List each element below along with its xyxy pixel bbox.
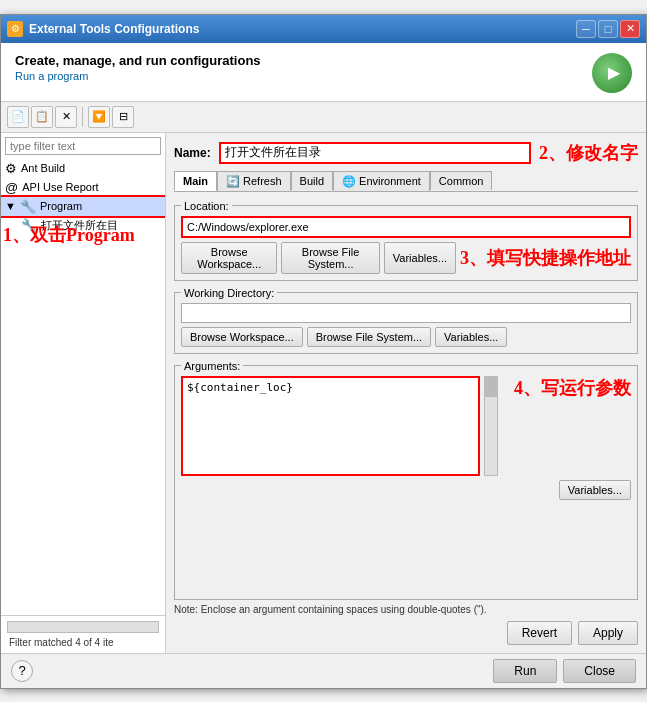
- tree-item-program[interactable]: ▼ 🔧 Program: [1, 197, 165, 216]
- new-config-button[interactable]: 📄: [7, 106, 29, 128]
- program-expand-icon: ▼: [5, 200, 16, 212]
- title-bar: ⚙ External Tools Configurations ─ □ ✕: [1, 15, 646, 43]
- revert-button[interactable]: Revert: [507, 621, 572, 645]
- location-btn-row: Browse Workspace... Browse File System..…: [181, 242, 456, 274]
- collapse-button[interactable]: ⊟: [112, 106, 134, 128]
- note-text: Note: Enclose an argument containing spa…: [174, 604, 638, 615]
- filter-button[interactable]: 🔽: [88, 106, 110, 128]
- tab-environment-label: Environment: [359, 175, 421, 187]
- location-legend: Location:: [181, 200, 232, 212]
- tab-common[interactable]: Common: [430, 171, 493, 190]
- tab-main-label: Main: [183, 175, 208, 187]
- run-button[interactable]: Run: [493, 659, 557, 683]
- tab-build-label: Build: [300, 175, 324, 187]
- working-dir-input[interactable]: [181, 303, 631, 323]
- header-subtitle[interactable]: Run a program: [15, 70, 261, 82]
- working-dir-legend: Working Directory:: [181, 287, 277, 299]
- args-content-row: ${container_loc} 4、写运行参数: [181, 376, 631, 476]
- ant-build-label: Ant Build: [21, 162, 65, 174]
- copy-config-button[interactable]: 📋: [31, 106, 53, 128]
- horizontal-scrollbar[interactable]: [7, 621, 159, 633]
- bottom-buttons: Revert Apply: [174, 621, 638, 645]
- tab-refresh[interactable]: 🔄 Refresh: [217, 171, 291, 191]
- tree-item-open-file[interactable]: 🔧 打开文件所在目: [1, 216, 165, 235]
- tab-environment[interactable]: 🌐 Environment: [333, 171, 430, 191]
- program-label: Program: [40, 200, 82, 212]
- vars-btn-row: Variables...: [181, 480, 631, 500]
- tab-main[interactable]: Main: [174, 171, 217, 191]
- footer-bar: ? Run Close: [1, 653, 646, 688]
- tabs-row: Main 🔄 Refresh Build 🌐 Environment Commo…: [174, 171, 638, 192]
- location-fieldset: Location: Browse Workspace... Browse Fil…: [174, 200, 638, 281]
- annotation-name: 2、修改名字: [539, 141, 638, 165]
- tab-refresh-label: Refresh: [243, 175, 282, 187]
- header-text: Create, manage, and run configurations R…: [15, 53, 261, 82]
- name-input[interactable]: [219, 142, 531, 164]
- workdir-variables-button[interactable]: Variables...: [435, 327, 507, 347]
- open-file-label: 打开文件所在目: [41, 218, 118, 233]
- filter-status: Filter matched 4 of 4 ite: [5, 635, 161, 650]
- maximize-button[interactable]: □: [598, 20, 618, 38]
- delete-config-button[interactable]: ✕: [55, 106, 77, 128]
- tab-common-label: Common: [439, 175, 484, 187]
- header-area: Create, manage, and run configurations R…: [1, 43, 646, 102]
- toolbar-separator-1: [82, 107, 83, 127]
- toolbar-area: 📄 📋 ✕ 🔽 ⊟: [1, 102, 646, 133]
- args-variables-button[interactable]: Variables...: [559, 480, 631, 500]
- open-file-icon: 🔧: [21, 218, 37, 233]
- working-dir-btn-row: Browse Workspace... Browse File System..…: [181, 327, 631, 347]
- tab-build[interactable]: Build: [291, 171, 333, 190]
- header-title: Create, manage, and run configurations: [15, 53, 261, 68]
- refresh-icon: 🔄: [226, 175, 240, 188]
- title-controls: ─ □ ✕: [576, 20, 640, 38]
- location-input[interactable]: [181, 216, 631, 238]
- minimize-button[interactable]: ─: [576, 20, 596, 38]
- left-panel: ⚙ Ant Build @ API Use Report ▼ 🔧 Program…: [1, 133, 166, 653]
- environment-icon: 🌐: [342, 175, 356, 188]
- annotation-location: 3、填写快捷操作地址: [460, 246, 631, 270]
- window-title: External Tools Configurations: [29, 22, 199, 36]
- location-browse-filesystem-button[interactable]: Browse File System...: [281, 242, 379, 274]
- close-window-button[interactable]: ✕: [620, 20, 640, 38]
- left-bottom: Filter matched 4 of 4 ite: [1, 615, 165, 653]
- window-icon: ⚙: [7, 21, 23, 37]
- close-dialog-button[interactable]: Close: [563, 659, 636, 683]
- apply-button[interactable]: Apply: [578, 621, 638, 645]
- help-button[interactable]: ?: [11, 660, 33, 682]
- external-tools-window: ⚙ External Tools Configurations ─ □ ✕ Cr…: [0, 14, 647, 689]
- tree-item-api-use-report[interactable]: @ API Use Report: [1, 178, 165, 197]
- args-textarea[interactable]: ${container_loc}: [181, 376, 480, 476]
- location-browse-workspace-button[interactable]: Browse Workspace...: [181, 242, 277, 274]
- workdir-browse-filesystem-button[interactable]: Browse File System...: [307, 327, 431, 347]
- api-use-report-icon: @: [5, 180, 18, 195]
- working-dir-fieldset: Working Directory: Browse Workspace... B…: [174, 287, 638, 354]
- tree-item-ant-build[interactable]: ⚙ Ant Build: [1, 159, 165, 178]
- run-icon[interactable]: [592, 53, 632, 93]
- filter-input[interactable]: [5, 137, 161, 155]
- annotation-args: 4、写运行参数: [514, 376, 631, 400]
- name-row: Name: 2、修改名字: [174, 141, 638, 165]
- api-use-report-label: API Use Report: [22, 181, 98, 193]
- program-icon: 🔧: [20, 199, 36, 214]
- location-variables-button[interactable]: Variables...: [384, 242, 456, 274]
- right-panel: Name: 2、修改名字 Main 🔄 Refresh Build 🌐: [166, 133, 646, 653]
- args-scrollbar[interactable]: [484, 376, 498, 476]
- title-bar-left: ⚙ External Tools Configurations: [7, 21, 199, 37]
- name-label: Name:: [174, 146, 211, 160]
- args-legend: Arguments:: [181, 360, 243, 372]
- args-fieldset: Arguments: ${container_loc} 4、写运行参数 Vari…: [174, 360, 638, 600]
- ant-build-icon: ⚙: [5, 161, 17, 176]
- tree-area: ⚙ Ant Build @ API Use Report ▼ 🔧 Program…: [1, 159, 165, 615]
- args-textarea-wrap: ${container_loc}: [181, 376, 498, 476]
- scrollbar-thumb: [485, 377, 497, 397]
- workdir-browse-workspace-button[interactable]: Browse Workspace...: [181, 327, 303, 347]
- main-content: ⚙ Ant Build @ API Use Report ▼ 🔧 Program…: [1, 133, 646, 653]
